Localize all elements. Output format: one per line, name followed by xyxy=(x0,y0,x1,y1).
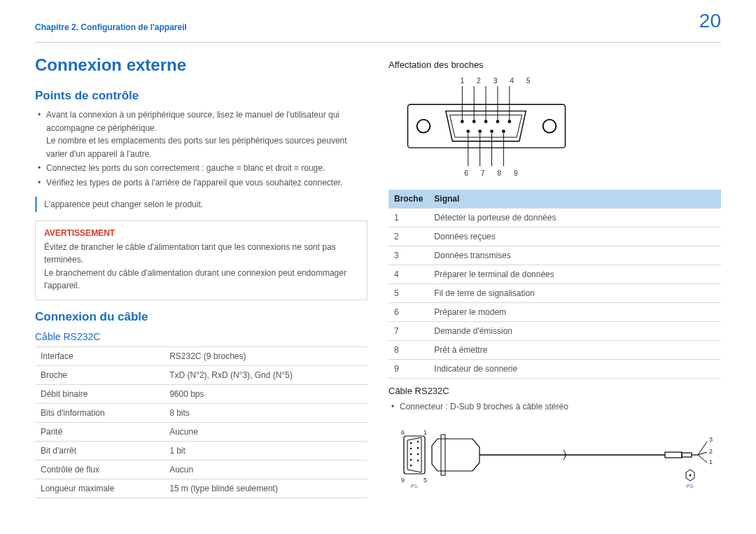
table-row: Contrôle de fluxAucun xyxy=(35,460,368,479)
svg-text:1: 1 xyxy=(709,458,713,465)
left-column: Connexion externe Points de contrôle Ava… xyxy=(35,55,368,500)
table-row: 4Préparer le terminal de données xyxy=(388,265,721,284)
svg-text:1: 1 xyxy=(424,429,427,436)
connector-list: Connecteur : D-Sub 9 broches à câble sté… xyxy=(388,400,721,414)
table-row: ParitéAucune xyxy=(35,422,368,441)
svg-rect-38 xyxy=(665,452,682,458)
list-item: Avant la connexion à un périphérique sou… xyxy=(38,108,368,160)
svg-text:5: 5 xyxy=(424,477,427,484)
svg-point-14 xyxy=(478,129,482,133)
svg-point-29 xyxy=(417,453,419,455)
svg-point-31 xyxy=(417,459,419,461)
svg-text:6: 6 xyxy=(401,429,405,436)
svg-point-8 xyxy=(461,120,464,123)
svg-point-12 xyxy=(507,120,511,123)
page-number: 20 xyxy=(699,10,721,32)
table-row: 7Demande d'émission xyxy=(388,322,721,341)
section-cable: Connexion du câble xyxy=(35,310,368,324)
sub-cable-rs232c-2: Câble RS232C xyxy=(388,386,721,396)
table-row: BrocheTxD (N°2), RxD (N°3), Gnd (N°5) xyxy=(35,365,368,384)
sub-cable-rs232c: Câble RS232C xyxy=(35,331,368,342)
heading-pin-assignment: Affectation des broches xyxy=(388,59,721,70)
svg-rect-36 xyxy=(441,435,445,475)
cable-diagram: 6 1 9 5 -P1- xyxy=(388,421,721,493)
table-row: 6Préparer le modem xyxy=(388,303,721,322)
chapter-label: Chapitre 2. Configuration de l'appareil xyxy=(35,22,187,32)
svg-point-15 xyxy=(490,129,493,133)
warning-body: Évitez de brancher le câble d'alimentati… xyxy=(44,241,358,293)
section-checkpoints: Points de contrôle xyxy=(35,89,368,103)
list-item: Vérifiez les types de ports à l'arrière … xyxy=(38,176,368,190)
header-divider xyxy=(35,42,721,43)
table-row: Bit d'arrêt1 bit xyxy=(35,441,368,460)
svg-point-26 xyxy=(410,447,412,449)
table-row: InterfaceRS232C (9 broches) xyxy=(35,346,368,365)
svg-point-25 xyxy=(417,440,419,442)
spec-table: InterfaceRS232C (9 broches) BrocheTxD (N… xyxy=(35,346,368,498)
svg-point-10 xyxy=(484,120,488,123)
svg-point-30 xyxy=(410,458,412,461)
svg-text:2: 2 xyxy=(709,448,713,455)
svg-point-16 xyxy=(502,129,505,133)
list-item: Connecteur : D-Sub 9 broches à câble sté… xyxy=(391,400,721,414)
table-row: Débit binaire9600 bps xyxy=(35,384,368,403)
warning-box: AVERTISSEMENT Évitez de brancher le câbl… xyxy=(35,220,368,300)
svg-point-7 xyxy=(543,120,556,133)
table-row: 5Fil de terre de signalisation xyxy=(388,284,721,303)
svg-point-11 xyxy=(496,120,500,123)
svg-text:9: 9 xyxy=(401,477,405,484)
table-row: 8Prêt à émettre xyxy=(388,341,721,360)
table-row: 9Indicateur de sonnerie xyxy=(388,360,721,379)
svg-rect-39 xyxy=(682,453,692,457)
svg-point-9 xyxy=(472,120,476,123)
table-row: Bits d'information8 bits xyxy=(35,403,368,422)
svg-point-27 xyxy=(417,447,419,449)
right-column: Affectation des broches 1 2 3 4 5 xyxy=(388,55,721,500)
pin-numbers-bottom: 6 7 8 9 xyxy=(464,169,523,177)
table-row: Longueur maximale15 m (type blindé seule… xyxy=(35,479,368,498)
svg-line-41 xyxy=(698,442,707,455)
svg-point-28 xyxy=(410,453,412,455)
svg-point-13 xyxy=(466,129,470,133)
checkpoints-list: Avant la connexion à un périphérique sou… xyxy=(35,108,368,190)
svg-text:-P2-: -P2- xyxy=(685,484,695,489)
svg-point-24 xyxy=(410,442,412,444)
svg-line-43 xyxy=(698,455,707,463)
list-item: Connectez les ports du son correctement … xyxy=(38,162,368,175)
pin-numbers-top: 1 2 3 4 5 xyxy=(461,77,536,85)
table-header-row: Broche Signal xyxy=(388,190,721,209)
svg-text:3: 3 xyxy=(709,436,713,443)
svg-point-32 xyxy=(410,464,412,466)
svg-point-48 xyxy=(690,474,692,476)
appearance-note: L'apparence peut changer selon le produi… xyxy=(35,197,368,212)
svg-point-6 xyxy=(417,120,430,133)
pin-table: Broche Signal 1Détecter la porteuse de d… xyxy=(388,190,721,379)
table-row: 1Détecter la porteuse de données xyxy=(388,209,721,227)
db9-pin-diagram: 1 2 3 4 5 xyxy=(388,76,721,183)
table-row: 2Données reçues xyxy=(388,227,721,246)
svg-text:-P1-: -P1- xyxy=(410,484,419,489)
main-heading: Connexion externe xyxy=(35,55,368,75)
table-row: 3Données transmises xyxy=(388,246,721,265)
warning-heading: AVERTISSEMENT xyxy=(44,228,358,238)
